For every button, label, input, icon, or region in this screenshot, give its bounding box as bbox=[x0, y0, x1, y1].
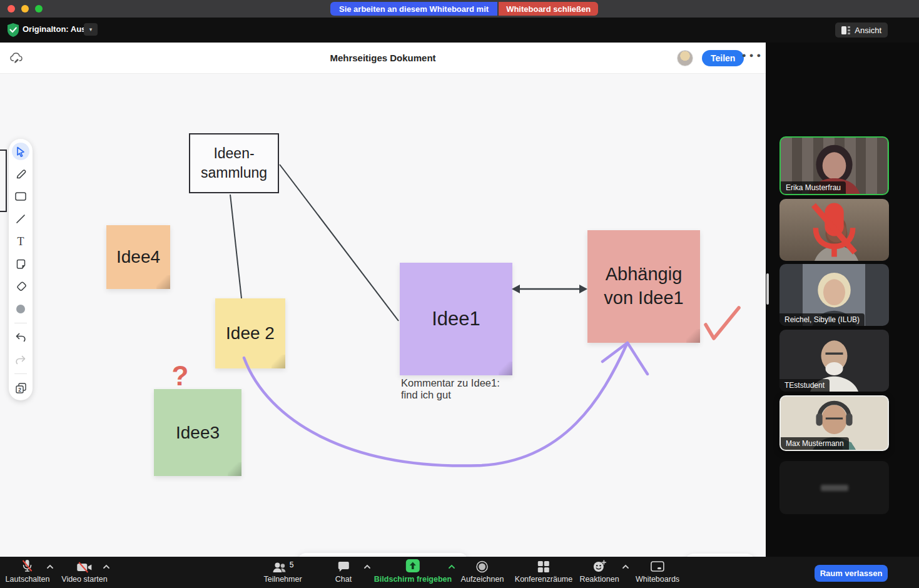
mute-chevron-icon[interactable] bbox=[46, 564, 54, 569]
reactions-label: Reaktionen bbox=[579, 575, 619, 584]
video-off-icon bbox=[76, 562, 93, 573]
macos-menubar: Sie arbeiten an diesem Whiteboard mit Wh… bbox=[0, 0, 919, 18]
view-button[interactable]: Ansicht bbox=[835, 23, 888, 38]
pages-count: 2 bbox=[18, 386, 21, 392]
whiteboards-label: Whiteboards bbox=[636, 575, 679, 584]
reactions-chevron-icon[interactable] bbox=[622, 564, 629, 569]
record-button[interactable]: Aufzeichnen bbox=[461, 559, 504, 584]
double-arrow-left-head bbox=[512, 285, 520, 293]
text-tool-icon: T bbox=[18, 235, 24, 248]
share-button[interactable]: Teilen bbox=[702, 50, 744, 66]
mic-muted-icon bbox=[21, 559, 34, 573]
undo-button[interactable] bbox=[12, 328, 29, 346]
drawing-tool-palette: T 2 bbox=[9, 139, 33, 400]
sticky-note-tool-button[interactable] bbox=[12, 255, 29, 273]
chat-button[interactable]: Chat bbox=[335, 559, 352, 584]
participants-button[interactable]: 5 Teilnehmer bbox=[263, 559, 302, 584]
pages-button[interactable]: 2 bbox=[12, 379, 29, 397]
user-avatar[interactable] bbox=[677, 50, 693, 66]
view-layout-icon bbox=[841, 26, 851, 34]
color-swatch-button[interactable] bbox=[12, 300, 29, 318]
question-mark-annotation[interactable]: ? bbox=[168, 360, 193, 392]
mute-label: Lautschalten bbox=[6, 575, 50, 584]
red-checkmark-annotation bbox=[706, 308, 739, 338]
muted-mic-icon bbox=[779, 199, 889, 261]
idea-box-line2: sammlung bbox=[201, 163, 267, 183]
security-shield-icon[interactable] bbox=[6, 23, 20, 38]
pages-icon: 2 bbox=[15, 382, 27, 394]
document-title: Mehrseitiges Dokument bbox=[0, 53, 766, 63]
comment-line2: find ich gut bbox=[401, 389, 500, 401]
video-tile-reichel[interactable]: Reichel, Sibylle (ILUB) bbox=[779, 264, 889, 326]
whiteboard-header: Mehrseitiges Dokument Teilen ● ● ● bbox=[0, 43, 766, 74]
line-icon bbox=[16, 214, 26, 224]
reactions-icon bbox=[592, 560, 606, 573]
sticky-note-idee3[interactable]: Idee3 bbox=[154, 389, 241, 476]
reactions-button[interactable]: Reaktionen bbox=[579, 559, 619, 584]
comment-text[interactable]: Kommentar zu Idee1: find ich gut bbox=[401, 377, 500, 402]
sidebar-scrollbar[interactable] bbox=[766, 273, 769, 305]
sticky-note-idee4[interactable]: Idee4 bbox=[106, 225, 170, 289]
sticky-note-idee1[interactable]: Idee1 bbox=[400, 263, 512, 375]
idea-collection-box[interactable]: Ideen- sammlung bbox=[189, 133, 279, 193]
pen-tool-button[interactable] bbox=[12, 165, 29, 183]
comment-line1: Kommentar zu Idee1: bbox=[401, 377, 500, 389]
original-sound-caret[interactable]: ▾ bbox=[84, 23, 98, 36]
eraser-tool-button[interactable] bbox=[12, 278, 29, 295]
video-tile-unnamed[interactable] bbox=[779, 199, 889, 261]
video-tile-teststudent[interactable]: TEststudent bbox=[779, 330, 889, 392]
mute-button[interactable]: Lautschalten bbox=[6, 559, 50, 584]
leave-room-button[interactable]: Raum verlassen bbox=[815, 565, 888, 582]
whiteboard-close-button[interactable]: Whiteboard schließen bbox=[499, 2, 598, 16]
start-video-button[interactable]: Video starten bbox=[61, 559, 107, 584]
select-tool-button[interactable] bbox=[12, 143, 29, 160]
whiteboard-working-notice[interactable]: Sie arbeiten an diesem Whiteboard mit bbox=[330, 2, 497, 16]
sticky-note-idee2[interactable]: Idee 2 bbox=[215, 298, 285, 368]
color-dot-icon bbox=[16, 304, 26, 314]
cursor-icon bbox=[16, 146, 26, 157]
start-video-label: Video starten bbox=[61, 575, 107, 584]
video-chevron-icon[interactable] bbox=[103, 564, 110, 569]
close-window-button[interactable] bbox=[8, 5, 15, 13]
video-tile-dark[interactable] bbox=[779, 461, 889, 514]
rectangle-icon bbox=[15, 192, 26, 201]
text-tool-button[interactable]: T bbox=[12, 233, 29, 250]
undo-icon bbox=[15, 333, 26, 342]
shape-tool-button[interactable] bbox=[12, 188, 29, 205]
redo-button[interactable] bbox=[12, 351, 29, 368]
meeting-topbar: Originalton: Aus ▾ Ansicht bbox=[0, 18, 919, 43]
eraser-icon bbox=[16, 281, 26, 292]
minimize-window-button[interactable] bbox=[21, 5, 29, 13]
video-tile-max[interactable]: Max Mustermann bbox=[779, 395, 889, 451]
share-screen-button[interactable]: Bildschirm freigeben bbox=[374, 559, 452, 584]
view-button-label: Ansicht bbox=[855, 26, 881, 35]
pen-icon bbox=[16, 169, 26, 180]
more-options-button[interactable]: ● ● ● bbox=[742, 51, 761, 59]
chat-icon bbox=[337, 561, 350, 573]
participants-label: Teilnehmer bbox=[263, 575, 302, 584]
breakout-rooms-label: Konferenzräume bbox=[515, 575, 572, 584]
purple-arrow-head bbox=[602, 343, 647, 374]
sticky-note-abhaengig[interactable]: Abhängig von Idee1 bbox=[587, 230, 700, 343]
video-tile-erika[interactable]: Erika Musterfrau bbox=[779, 136, 889, 195]
double-arrow-right-head bbox=[579, 285, 587, 293]
redo-icon bbox=[15, 355, 26, 365]
participants-sidebar: Erika Musterfrau Reichel, Sibylle (ILUB) bbox=[766, 43, 919, 557]
partial-frame-shape bbox=[0, 150, 6, 211]
share-chevron-icon[interactable] bbox=[448, 564, 455, 569]
whiteboard-notice-group: Sie arbeiten an diesem Whiteboard mit Wh… bbox=[330, 2, 598, 16]
fullscreen-window-button[interactable] bbox=[35, 5, 43, 13]
chat-chevron-icon[interactable] bbox=[363, 564, 371, 569]
breakout-rooms-button[interactable]: Konferenzräume bbox=[515, 559, 572, 584]
faint-name-blur bbox=[821, 485, 848, 491]
participant-name: Erika Musterfrau bbox=[781, 181, 846, 194]
palette-divider bbox=[14, 323, 27, 323]
palette-divider bbox=[14, 373, 27, 374]
whiteboard-canvas[interactable]: Ideen- sammlung Idee4 Idee 2 Idee1 Abhän… bbox=[0, 74, 766, 557]
record-icon bbox=[476, 560, 489, 573]
whiteboards-button[interactable]: Whiteboards bbox=[636, 559, 679, 584]
original-sound-status[interactable]: Originalton: Aus bbox=[23, 24, 86, 34]
breakout-rooms-icon bbox=[537, 560, 550, 573]
participant-name: Reichel, Sibylle (ILUB) bbox=[779, 313, 865, 326]
line-tool-button[interactable] bbox=[12, 210, 29, 228]
